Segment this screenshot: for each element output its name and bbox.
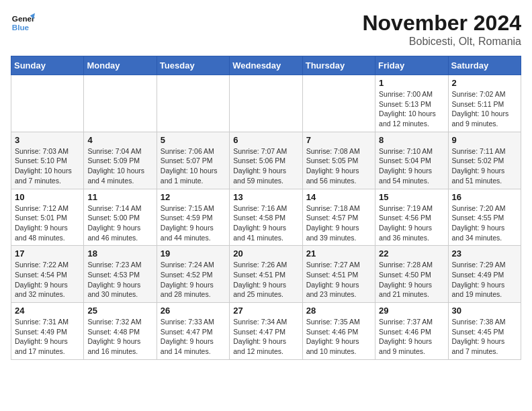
calendar-cell: 19Sunrise: 7:24 AM Sunset: 4:52 PM Dayli… <box>157 246 229 303</box>
day-number: 15 <box>379 192 444 202</box>
day-info: Sunrise: 7:27 AM Sunset: 4:51 PM Dayligh… <box>306 260 371 300</box>
day-header-saturday: Saturday <box>448 56 521 75</box>
day-header-thursday: Thursday <box>302 56 375 75</box>
day-info: Sunrise: 7:03 AM Sunset: 5:10 PM Dayligh… <box>15 146 80 186</box>
title-block: November 2024 Bobicesti, Olt, Romania <box>362 11 521 48</box>
month-title: November 2024 <box>362 11 521 36</box>
day-info: Sunrise: 7:20 AM Sunset: 4:55 PM Dayligh… <box>452 203 517 243</box>
calendar-cell: 22Sunrise: 7:28 AM Sunset: 4:50 PM Dayli… <box>375 246 448 303</box>
day-header-friday: Friday <box>375 56 448 75</box>
calendar-cell: 1Sunrise: 7:00 AM Sunset: 5:13 PM Daylig… <box>375 75 448 132</box>
day-number: 11 <box>87 192 152 202</box>
day-info: Sunrise: 7:16 AM Sunset: 4:58 PM Dayligh… <box>233 203 298 243</box>
day-number: 14 <box>306 192 371 202</box>
calendar-cell: 11Sunrise: 7:14 AM Sunset: 5:00 PM Dayli… <box>84 189 157 246</box>
day-info: Sunrise: 7:12 AM Sunset: 5:01 PM Dayligh… <box>15 203 80 243</box>
calendar-cell: 27Sunrise: 7:34 AM Sunset: 4:47 PM Dayli… <box>230 303 302 360</box>
day-number: 29 <box>379 306 444 316</box>
day-number: 7 <box>306 135 371 145</box>
calendar-week-row: 10Sunrise: 7:12 AM Sunset: 5:01 PM Dayli… <box>11 189 521 246</box>
page-header: General Blue November 2024 Bobicesti, Ol… <box>11 11 521 48</box>
day-number: 2 <box>452 78 517 88</box>
calendar-cell <box>84 75 157 132</box>
day-header-wednesday: Wednesday <box>230 56 302 75</box>
day-info: Sunrise: 7:15 AM Sunset: 4:59 PM Dayligh… <box>161 203 226 243</box>
day-number: 23 <box>452 248 517 259</box>
day-number: 10 <box>15 192 80 202</box>
calendar-cell: 17Sunrise: 7:22 AM Sunset: 4:54 PM Dayli… <box>11 246 84 303</box>
day-number: 3 <box>15 135 80 145</box>
calendar-cell: 8Sunrise: 7:10 AM Sunset: 5:04 PM Daylig… <box>375 132 448 189</box>
calendar-week-row: 1Sunrise: 7:00 AM Sunset: 5:13 PM Daylig… <box>11 75 521 132</box>
day-info: Sunrise: 7:07 AM Sunset: 5:06 PM Dayligh… <box>233 146 298 186</box>
calendar-cell: 4Sunrise: 7:04 AM Sunset: 5:09 PM Daylig… <box>84 132 157 189</box>
day-number: 17 <box>15 248 80 259</box>
calendar-cell: 23Sunrise: 7:29 AM Sunset: 4:49 PM Dayli… <box>448 246 521 303</box>
day-number: 25 <box>87 306 152 316</box>
day-number: 8 <box>379 135 444 145</box>
day-info: Sunrise: 7:00 AM Sunset: 5:13 PM Dayligh… <box>379 89 444 129</box>
day-info: Sunrise: 7:22 AM Sunset: 4:54 PM Dayligh… <box>15 260 80 300</box>
logo: General Blue <box>11 11 35 35</box>
day-number: 26 <box>161 306 226 316</box>
day-info: Sunrise: 7:32 AM Sunset: 4:48 PM Dayligh… <box>87 317 152 357</box>
day-number: 28 <box>306 306 371 316</box>
logo-icon: General Blue <box>11 11 35 35</box>
calendar-cell: 10Sunrise: 7:12 AM Sunset: 5:01 PM Dayli… <box>11 189 84 246</box>
day-number: 19 <box>161 248 226 259</box>
calendar-cell: 2Sunrise: 7:02 AM Sunset: 5:11 PM Daylig… <box>448 75 521 132</box>
day-info: Sunrise: 7:34 AM Sunset: 4:47 PM Dayligh… <box>233 317 298 357</box>
day-info: Sunrise: 7:26 AM Sunset: 4:51 PM Dayligh… <box>233 260 298 300</box>
location: Bobicesti, Olt, Romania <box>362 36 521 48</box>
calendar-cell: 21Sunrise: 7:27 AM Sunset: 4:51 PM Dayli… <box>302 246 375 303</box>
calendar-cell: 20Sunrise: 7:26 AM Sunset: 4:51 PM Dayli… <box>230 246 302 303</box>
calendar-cell <box>157 75 229 132</box>
day-number: 18 <box>87 248 152 259</box>
day-number: 13 <box>233 192 298 202</box>
day-info: Sunrise: 7:29 AM Sunset: 4:49 PM Dayligh… <box>452 260 517 300</box>
day-info: Sunrise: 7:38 AM Sunset: 4:45 PM Dayligh… <box>452 317 517 357</box>
calendar-cell: 30Sunrise: 7:38 AM Sunset: 4:45 PM Dayli… <box>448 303 521 360</box>
calendar-cell: 25Sunrise: 7:32 AM Sunset: 4:48 PM Dayli… <box>84 303 157 360</box>
day-number: 6 <box>233 135 298 145</box>
calendar-cell: 26Sunrise: 7:33 AM Sunset: 4:47 PM Dayli… <box>157 303 229 360</box>
day-info: Sunrise: 7:24 AM Sunset: 4:52 PM Dayligh… <box>161 260 226 300</box>
calendar-week-row: 17Sunrise: 7:22 AM Sunset: 4:54 PM Dayli… <box>11 246 521 303</box>
day-info: Sunrise: 7:02 AM Sunset: 5:11 PM Dayligh… <box>452 89 517 129</box>
calendar-cell: 18Sunrise: 7:23 AM Sunset: 4:53 PM Dayli… <box>84 246 157 303</box>
calendar-cell: 14Sunrise: 7:18 AM Sunset: 4:57 PM Dayli… <box>302 189 375 246</box>
day-info: Sunrise: 7:14 AM Sunset: 5:00 PM Dayligh… <box>87 203 152 243</box>
day-info: Sunrise: 7:11 AM Sunset: 5:02 PM Dayligh… <box>452 146 517 186</box>
day-number: 12 <box>161 192 226 202</box>
calendar-cell: 28Sunrise: 7:35 AM Sunset: 4:46 PM Dayli… <box>302 303 375 360</box>
day-number: 21 <box>306 248 371 259</box>
calendar-cell: 29Sunrise: 7:37 AM Sunset: 4:46 PM Dayli… <box>375 303 448 360</box>
svg-text:Blue: Blue <box>12 23 30 32</box>
day-info: Sunrise: 7:18 AM Sunset: 4:57 PM Dayligh… <box>306 203 371 243</box>
calendar-header-row: SundayMondayTuesdayWednesdayThursdayFrid… <box>11 56 521 75</box>
day-info: Sunrise: 7:35 AM Sunset: 4:46 PM Dayligh… <box>306 317 371 357</box>
day-number: 16 <box>452 192 517 202</box>
day-number: 30 <box>452 306 517 316</box>
day-number: 1 <box>379 78 444 88</box>
day-number: 9 <box>452 135 517 145</box>
day-number: 5 <box>161 135 226 145</box>
day-number: 20 <box>233 248 298 259</box>
day-header-tuesday: Tuesday <box>157 56 229 75</box>
day-number: 22 <box>379 248 444 259</box>
calendar-cell: 12Sunrise: 7:15 AM Sunset: 4:59 PM Dayli… <box>157 189 229 246</box>
day-info: Sunrise: 7:06 AM Sunset: 5:07 PM Dayligh… <box>161 146 226 186</box>
day-header-monday: Monday <box>84 56 157 75</box>
day-info: Sunrise: 7:23 AM Sunset: 4:53 PM Dayligh… <box>87 260 152 300</box>
day-header-sunday: Sunday <box>11 56 84 75</box>
calendar-cell: 3Sunrise: 7:03 AM Sunset: 5:10 PM Daylig… <box>11 132 84 189</box>
calendar-cell: 15Sunrise: 7:19 AM Sunset: 4:56 PM Dayli… <box>375 189 448 246</box>
day-info: Sunrise: 7:10 AM Sunset: 5:04 PM Dayligh… <box>379 146 444 186</box>
calendar-cell: 6Sunrise: 7:07 AM Sunset: 5:06 PM Daylig… <box>230 132 302 189</box>
day-number: 27 <box>233 306 298 316</box>
calendar-cell: 24Sunrise: 7:31 AM Sunset: 4:49 PM Dayli… <box>11 303 84 360</box>
day-info: Sunrise: 7:33 AM Sunset: 4:47 PM Dayligh… <box>161 317 226 357</box>
calendar-cell <box>230 75 302 132</box>
day-number: 4 <box>87 135 152 145</box>
day-number: 24 <box>15 306 80 316</box>
